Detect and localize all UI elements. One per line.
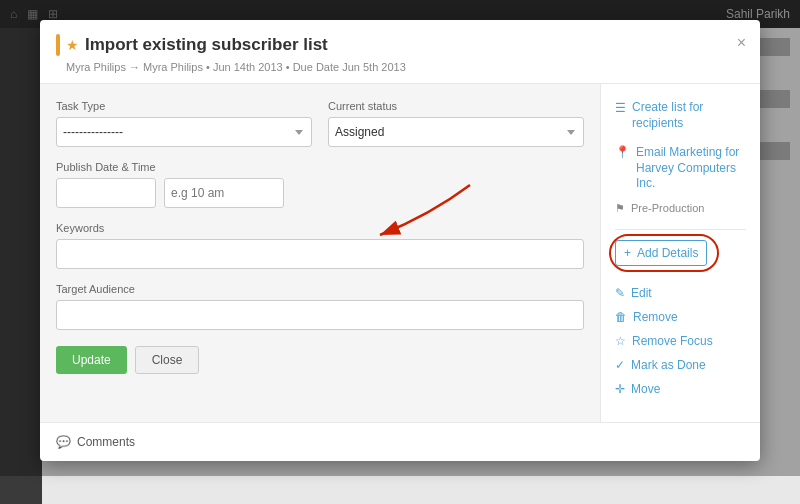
modal-meta: Myra Philips → Myra Philips • Jun 14th 2… [56,61,744,73]
modal-body: Task Type --------------- Current status… [40,84,760,422]
modal-sidebar: ☰ Create list for recipients 📍 Email Mar… [600,84,760,422]
current-status-label: Current status [328,100,584,112]
modal-title-row: ★ Import existing subscriber list [56,34,744,56]
modal-star-icon[interactable]: ★ [66,37,79,53]
edit-icon: ✎ [615,286,625,300]
remove-focus-label: Remove Focus [632,334,713,348]
form-group-keywords: Keywords [56,222,584,269]
current-status-select[interactable]: Assigned [328,117,584,147]
edit-action[interactable]: ✎ Edit [615,286,746,300]
date-input[interactable] [56,178,156,208]
keywords-input[interactable] [56,239,584,269]
check-icon: ✓ [615,358,625,372]
env-label: Pre-Production [631,202,704,214]
mark-done-label: Mark as Done [631,358,706,372]
move-icon: ✛ [615,382,625,396]
keywords-label: Keywords [56,222,584,234]
modal-header: ★ Import existing subscriber list Myra P… [40,20,760,84]
meta-date: Jun 14th 2013 [213,61,283,73]
modal-form: Task Type --------------- Current status… [40,84,600,422]
publish-label: Publish Date & Time [56,161,584,173]
remove-action[interactable]: 🗑 Remove [615,310,746,324]
form-group-publish: Publish Date & Time [56,161,584,208]
edit-label: Edit [631,286,652,300]
create-list-link[interactable]: ☰ Create list for recipients [615,100,746,131]
time-input[interactable] [164,178,284,208]
meta-assignee: Myra Philips [143,61,203,73]
update-button[interactable]: Update [56,346,127,374]
modal-close-button[interactable]: × [737,34,746,52]
move-action[interactable]: ✛ Move [615,382,746,396]
create-list-label: Create list for recipients [632,100,746,131]
mark-done-action[interactable]: ✓ Mark as Done [615,358,746,372]
comments-icon: 💬 [56,435,71,449]
modal: ★ Import existing subscriber list Myra P… [40,20,760,461]
form-group-task-type: Task Type --------------- [56,100,312,147]
modal-overlay: ★ Import existing subscriber list Myra P… [0,0,800,476]
env-badge: ⚑ Pre-Production [615,202,746,215]
form-row-type-status: Task Type --------------- Current status… [56,100,584,147]
meta-arrow: → [129,61,140,73]
sidebar-divider [615,229,746,230]
project-link[interactable]: 📍 Email Marketing for Harvey Computers I… [615,145,746,192]
form-btn-row: Update Close [56,346,584,374]
task-type-label: Task Type [56,100,312,112]
target-audience-label: Target Audience [56,283,584,295]
meta-separator: • [206,61,213,73]
remove-focus-action[interactable]: ☆ Remove Focus [615,334,746,348]
plus-icon: + [624,246,631,260]
target-audience-input[interactable] [56,300,584,330]
meta-due-date: Jun 5th 2013 [342,61,406,73]
form-group-status: Current status Assigned [328,100,584,147]
pin-icon: 📍 [615,145,630,161]
project-label: Email Marketing for Harvey Computers Inc… [636,145,746,192]
modal-accent-bar [56,34,60,56]
date-time-row [56,178,584,208]
comments-header: 💬 Comments [56,435,744,449]
meta-due-prefix: Due Date [293,61,339,73]
star-icon: ☆ [615,334,626,348]
task-type-select[interactable]: --------------- [56,117,312,147]
trash-icon: 🗑 [615,310,627,324]
move-label: Move [631,382,660,396]
flag-icon: ⚑ [615,202,625,215]
add-details-button[interactable]: + Add Details [615,240,707,266]
close-form-button[interactable]: Close [135,346,200,374]
form-group-target-audience: Target Audience [56,283,584,330]
meta-author: Myra Philips [66,61,126,73]
comments-label: Comments [77,435,135,449]
list-icon: ☰ [615,101,626,117]
modal-title: Import existing subscriber list [85,35,328,55]
remove-label: Remove [633,310,678,324]
meta-due-sep: • [286,61,293,73]
add-details-label: Add Details [637,246,698,260]
modal-comments: 💬 Comments [40,422,760,461]
